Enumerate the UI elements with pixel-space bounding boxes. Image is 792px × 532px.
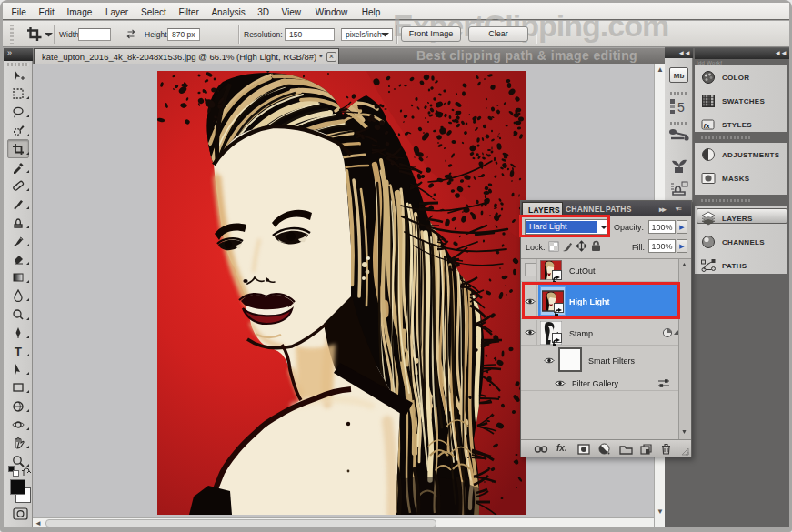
svg-text:5: 5 bbox=[677, 100, 685, 115]
svg-text:fx: fx bbox=[704, 122, 711, 130]
svg-text:T: T bbox=[15, 345, 22, 357]
